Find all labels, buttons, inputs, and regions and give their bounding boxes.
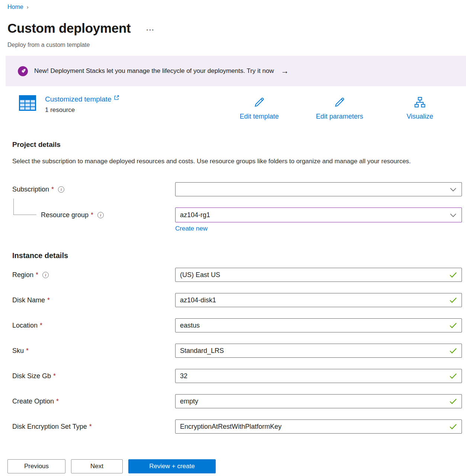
title-row: Custom deployment ··· <box>0 20 466 36</box>
required-asterisk: * <box>89 423 92 431</box>
external-link-icon[interactable] <box>114 95 119 100</box>
disk-encryption-label-cell: Disk Encryption Set Type * <box>12 423 175 431</box>
resource-group-field-row: Resource group * i az104-rg1 <box>12 208 462 222</box>
edit-parameters-label: Edit parameters <box>316 113 363 120</box>
location-label: Location <box>12 322 38 329</box>
required-asterisk: * <box>51 186 54 193</box>
template-text: Customized template 1 resource <box>45 94 119 114</box>
footer-action-bar: Previous Next Review + create <box>0 449 466 476</box>
required-asterisk: * <box>56 398 59 405</box>
disk-size-field-row: Disk Size Gb * <box>12 369 462 383</box>
breadcrumb: Home › <box>0 0 466 11</box>
region-label: Region <box>12 271 33 279</box>
chevron-down-icon <box>450 211 456 219</box>
breadcrumb-separator-icon: › <box>27 3 29 11</box>
more-options-icon[interactable]: ··· <box>146 26 154 34</box>
pencil-icon <box>253 96 266 110</box>
pencil-icon <box>333 96 346 110</box>
valid-check-icon <box>449 398 457 404</box>
template-actions: Edit template Edit parameters Visualize <box>231 94 448 120</box>
page-subtitle: Deploy from a custom template <box>0 41 466 49</box>
disk-encryption-label: Disk Encryption Set Type <box>12 423 87 431</box>
disk-name-input[interactable] <box>175 293 462 307</box>
resource-group-label-cell: Resource group * i <box>12 211 175 219</box>
resource-group-dropdown[interactable]: az104-rg1 <box>175 208 462 222</box>
disk-size-label-cell: Disk Size Gb * <box>12 372 175 380</box>
valid-check-icon <box>449 424 457 430</box>
required-asterisk: * <box>36 271 38 279</box>
create-option-field-row: Create Option * <box>12 394 462 408</box>
region-field-row: Region * i <box>12 268 462 282</box>
required-asterisk: * <box>91 211 93 219</box>
previous-button[interactable]: Previous <box>7 459 65 473</box>
sku-field-row: Sku * <box>12 344 462 358</box>
disk-encryption-field-row: Disk Encryption Set Type * <box>12 419 462 434</box>
disk-size-label: Disk Size Gb <box>12 372 51 380</box>
hierarchy-icon <box>413 96 427 110</box>
customized-template-link[interactable]: Customized template <box>45 94 111 104</box>
tree-connector-line <box>13 199 36 215</box>
banner-message: New! Deployment Stacks let you manage th… <box>34 67 274 75</box>
sku-label: Sku <box>12 347 24 355</box>
template-info: Customized template 1 resource <box>19 94 119 114</box>
disk-encryption-input[interactable] <box>175 419 462 434</box>
edit-template-label: Edit template <box>240 113 279 120</box>
location-label-cell: Location * <box>12 322 175 329</box>
location-field-row: Location * <box>12 318 462 332</box>
project-details-heading: Project details <box>12 140 466 149</box>
subscription-label-cell: Subscription * i <box>12 186 175 193</box>
valid-check-icon <box>449 322 457 328</box>
review-create-button[interactable]: Review + create <box>128 459 216 473</box>
region-input[interactable] <box>175 268 462 282</box>
disk-size-input[interactable] <box>175 369 462 383</box>
instance-details-heading: Instance details <box>12 250 466 261</box>
valid-check-icon <box>449 348 457 354</box>
edit-template-button[interactable]: Edit template <box>231 96 287 120</box>
custom-deployment-page: Home › Custom deployment ··· Deploy from… <box>0 0 466 434</box>
valid-check-icon <box>449 297 457 303</box>
resource-group-value: az104-rg1 <box>180 211 210 219</box>
create-option-label: Create Option <box>12 398 54 405</box>
valid-check-icon <box>449 373 457 379</box>
template-resource-count: 1 resource <box>45 106 119 114</box>
template-icon <box>19 95 36 111</box>
arrow-right-icon: → <box>281 67 289 75</box>
sku-input[interactable] <box>175 344 462 358</box>
subscription-field-row: Subscription * i <box>12 182 462 196</box>
subscription-dropdown[interactable] <box>175 182 462 196</box>
deployment-stacks-banner[interactable]: New! Deployment Stacks let you manage th… <box>6 56 466 86</box>
required-asterisk: * <box>26 347 29 355</box>
resource-group-label: Resource group <box>41 211 89 219</box>
next-button[interactable]: Next <box>71 459 123 473</box>
disk-name-label: Disk Name <box>12 296 45 304</box>
chevron-down-icon <box>450 186 456 193</box>
create-option-label-cell: Create Option * <box>12 398 175 405</box>
info-icon[interactable]: i <box>58 186 64 193</box>
region-label-cell: Region * i <box>12 271 175 279</box>
page-title: Custom deployment <box>7 20 131 36</box>
disk-name-label-cell: Disk Name * <box>12 296 175 304</box>
subscription-label: Subscription <box>12 186 49 193</box>
template-summary-row: Customized template 1 resource Edit temp… <box>19 94 466 120</box>
required-asterisk: * <box>47 296 50 304</box>
location-input[interactable] <box>175 318 462 332</box>
create-option-input[interactable] <box>175 394 462 408</box>
info-icon[interactable]: i <box>97 212 104 218</box>
sku-label-cell: Sku * <box>12 347 175 355</box>
required-asterisk: * <box>40 322 42 329</box>
breadcrumb-home-link[interactable]: Home <box>7 3 23 11</box>
project-details-description: Select the subscription to manage deploy… <box>12 156 442 166</box>
required-asterisk: * <box>53 372 56 380</box>
edit-parameters-button[interactable]: Edit parameters <box>312 96 367 120</box>
rocket-icon <box>18 66 28 76</box>
visualize-button[interactable]: Visualize <box>392 96 448 120</box>
disk-name-field-row: Disk Name * <box>12 293 462 307</box>
valid-check-icon <box>449 272 457 278</box>
create-new-link[interactable]: Create new <box>175 225 208 232</box>
visualize-label: Visualize <box>406 113 433 120</box>
info-icon[interactable]: i <box>42 272 49 278</box>
